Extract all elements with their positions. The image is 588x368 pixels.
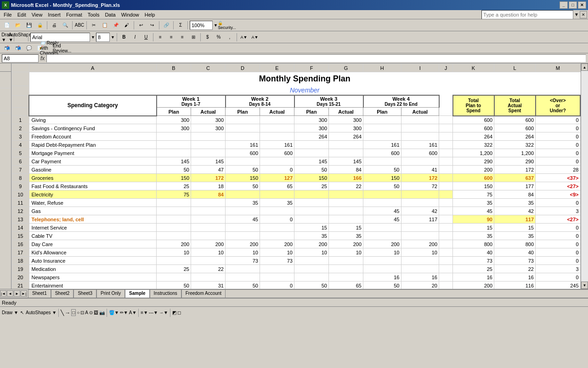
cell-w1a-6[interactable]: 47 bbox=[191, 166, 226, 174]
cell-w3p-16[interactable]: 10 bbox=[294, 248, 329, 257]
tab-last-btn[interactable]: ►| bbox=[21, 290, 27, 297]
permission-btn[interactable]: 🔒 bbox=[35, 21, 45, 30]
cell-w3a-14[interactable]: 35 bbox=[329, 232, 363, 240]
cell-w2p-4[interactable]: 600 bbox=[226, 149, 260, 157]
line-color-btn[interactable]: ✏▼ bbox=[120, 310, 128, 315]
cut-btn[interactable]: ✂ bbox=[89, 21, 99, 30]
cell-w3p-12[interactable] bbox=[294, 215, 329, 224]
cell-w4a-0[interactable] bbox=[401, 116, 439, 124]
security-btn[interactable]: 🔒 Security... bbox=[222, 21, 232, 30]
cell-w2a-10[interactable]: 35 bbox=[260, 199, 294, 207]
col-m[interactable]: M bbox=[536, 64, 581, 72]
help-close-btn[interactable]: ✕ bbox=[580, 11, 587, 18]
cell-w2p-11[interactable] bbox=[226, 207, 260, 215]
cell-w2p-17[interactable]: 73 bbox=[226, 257, 260, 265]
cell-w4p-11[interactable]: 45 bbox=[363, 207, 401, 215]
cell-w3a-18[interactable] bbox=[329, 265, 363, 273]
close-btn[interactable]: ✕ bbox=[578, 1, 586, 9]
font-size[interactable] bbox=[96, 33, 110, 42]
col-j[interactable]: J bbox=[439, 64, 453, 72]
cell-w1p-9[interactable]: 75 bbox=[157, 190, 191, 199]
cell-w4a-17[interactable] bbox=[401, 257, 439, 265]
cell-w1a-9[interactable]: 84 bbox=[191, 190, 226, 199]
fill-color-bottom-btn[interactable]: 🪣▼ bbox=[109, 310, 119, 315]
cell-w2p-19[interactable] bbox=[226, 273, 260, 282]
comma-btn[interactable]: , bbox=[225, 33, 235, 42]
cell-w4p-9[interactable] bbox=[363, 190, 401, 199]
cell-w1p-4[interactable] bbox=[157, 149, 191, 157]
cell-w1p-1[interactable]: 300 bbox=[157, 124, 191, 132]
cell-w3p-13[interactable]: 15 bbox=[294, 224, 329, 232]
cell-w4p-0[interactable] bbox=[363, 116, 401, 124]
cell-w2a-3[interactable]: 161 bbox=[260, 141, 294, 149]
cell-w4p-14[interactable] bbox=[363, 232, 401, 240]
cell-w4a-16[interactable]: 10 bbox=[401, 248, 439, 257]
cell-w1p-16[interactable]: 10 bbox=[157, 248, 191, 257]
currency-btn[interactable]: $ bbox=[203, 33, 213, 42]
cell-w2a-1[interactable] bbox=[260, 124, 294, 132]
cell-w4a-7[interactable]: 172 bbox=[401, 174, 439, 182]
cell-w1a-10[interactable] bbox=[191, 199, 226, 207]
zoom-input[interactable] bbox=[190, 21, 213, 30]
cell-w1p-12[interactable] bbox=[157, 215, 191, 224]
cell-w3a-16[interactable]: 10 bbox=[329, 248, 363, 257]
cell-w1a-20[interactable]: 31 bbox=[191, 282, 226, 289]
col-g[interactable]: G bbox=[329, 64, 363, 72]
cell-w1a-7[interactable]: 172 bbox=[191, 174, 226, 182]
cell-w4p-17[interactable] bbox=[363, 257, 401, 265]
cell-w4a-8[interactable]: 72 bbox=[401, 182, 439, 190]
col-l[interactable]: L bbox=[494, 64, 536, 72]
cell-w1a-16[interactable]: 10 bbox=[191, 248, 226, 257]
cell-w1a-13[interactable] bbox=[191, 224, 226, 232]
cell-w3p-0[interactable]: 300 bbox=[294, 116, 329, 124]
cell-w3a-2[interactable]: 264 bbox=[329, 132, 363, 141]
cell-w1p-13[interactable] bbox=[157, 224, 191, 232]
line-btn[interactable]: ╲ bbox=[61, 310, 64, 316]
tab-prev-btn[interactable]: ◄ bbox=[7, 290, 13, 297]
cell-w1a-4[interactable] bbox=[191, 149, 226, 157]
cell-w2p-0[interactable] bbox=[226, 116, 260, 124]
cell-w4p-8[interactable]: 50 bbox=[363, 182, 401, 190]
cell-w2a-2[interactable] bbox=[260, 132, 294, 141]
cell-w4a-15[interactable]: 200 bbox=[401, 240, 439, 248]
spellcheck-btn[interactable]: ABC bbox=[74, 21, 85, 30]
cell-w1p-8[interactable]: 25 bbox=[157, 182, 191, 190]
draw-menu-btn[interactable]: Draw ▼ bbox=[2, 310, 18, 315]
cell-w4a-3[interactable]: 161 bbox=[401, 141, 439, 149]
align-left-btn[interactable]: ≡ bbox=[155, 33, 165, 42]
scroll-track[interactable] bbox=[581, 71, 588, 282]
cell-w2a-20[interactable]: 0 bbox=[260, 282, 294, 289]
menu-view[interactable]: View bbox=[29, 11, 45, 18]
menu-help[interactable]: Help bbox=[142, 11, 158, 18]
cell-w2a-19[interactable] bbox=[260, 273, 294, 282]
cell-w2a-13[interactable] bbox=[260, 224, 294, 232]
cell-w2p-2[interactable] bbox=[226, 132, 260, 141]
cell-w4a-9[interactable] bbox=[401, 190, 439, 199]
cell-w4a-13[interactable] bbox=[401, 224, 439, 232]
cell-w3a-19[interactable] bbox=[329, 273, 363, 282]
cell-w2a-4[interactable]: 600 bbox=[260, 149, 294, 157]
cell-w3a-0[interactable]: 300 bbox=[329, 116, 363, 124]
cell-w2a-6[interactable]: 0 bbox=[260, 166, 294, 174]
line-style-btn[interactable]: ≡▼ bbox=[141, 310, 148, 315]
cell-w4a-12[interactable]: 117 bbox=[401, 215, 439, 224]
cell-w3a-17[interactable] bbox=[329, 257, 363, 265]
cell-w2a-5[interactable] bbox=[260, 157, 294, 166]
sheet-tab-sheet1[interactable]: Sheet1 bbox=[28, 289, 51, 298]
cursor-btn[interactable]: ↖ bbox=[20, 310, 24, 315]
new-btn[interactable]: 📄 bbox=[2, 21, 12, 30]
cell-w3a-13[interactable]: 15 bbox=[329, 224, 363, 232]
print-btn[interactable]: 🖨 bbox=[49, 21, 59, 30]
cell-w4a-14[interactable] bbox=[401, 232, 439, 240]
cell-w3p-6[interactable]: 50 bbox=[294, 166, 329, 174]
review-btn2[interactable]: 📬 bbox=[13, 44, 23, 53]
undo-btn[interactable]: ↩ bbox=[136, 21, 146, 30]
cell-w2p-10[interactable]: 35 bbox=[226, 199, 260, 207]
cell-w1p-11[interactable] bbox=[157, 207, 191, 215]
col-i[interactable]: I bbox=[401, 64, 439, 72]
cell-w1p-19[interactable] bbox=[157, 273, 191, 282]
underline-btn[interactable]: U bbox=[141, 33, 151, 42]
fill-color-btn[interactable]: A▼ bbox=[239, 33, 249, 42]
cell-w3p-18[interactable] bbox=[294, 265, 329, 273]
cell-w3a-9[interactable] bbox=[329, 190, 363, 199]
